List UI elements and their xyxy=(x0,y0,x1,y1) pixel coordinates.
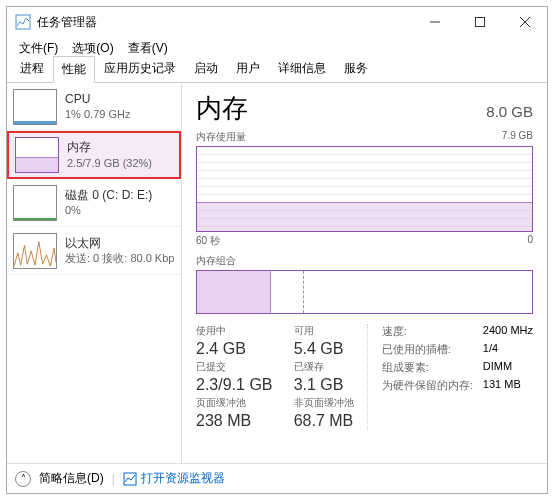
speed-label: 速度: xyxy=(382,324,473,339)
form-value: DIMM xyxy=(483,360,533,375)
window-title: 任务管理器 xyxy=(37,14,412,31)
sidebar-disk-title: 磁盘 0 (C: D: E:) xyxy=(65,188,152,204)
sidebar-item-memory[interactable]: 内存 2.5/7.9 GB (32%) xyxy=(7,131,181,179)
sidebar-item-ethernet[interactable]: 以太网 发送: 0 接收: 80.0 Kbp xyxy=(7,227,181,275)
cached-label: 已缓存 xyxy=(294,360,357,374)
tab-users[interactable]: 用户 xyxy=(227,55,269,82)
close-button[interactable] xyxy=(502,7,547,37)
available-label: 可用 xyxy=(294,324,357,338)
memory-usage-chart xyxy=(196,146,533,232)
hw-reserved-value: 131 MB xyxy=(483,378,533,393)
tab-processes[interactable]: 进程 xyxy=(11,55,53,82)
open-resource-monitor-link[interactable]: 打开资源监视器 xyxy=(123,470,225,487)
sidebar-disk-sub: 0% xyxy=(65,203,152,217)
stats-area: 使用中 可用 2.4 GB 5.4 GB 已提交 已缓存 2.3/9.1 GB … xyxy=(196,324,533,430)
sidebar-cpu-sub: 1% 0.79 GHz xyxy=(65,107,130,121)
window-controls xyxy=(412,7,547,37)
slots-value: 1/4 xyxy=(483,342,533,357)
content-area: CPU 1% 0.79 GHz 内存 2.5/7.9 GB (32%) 磁盘 0… xyxy=(7,83,547,463)
form-label: 组成要素: xyxy=(382,360,473,375)
titlebar[interactable]: 任务管理器 xyxy=(7,7,547,37)
tab-details[interactable]: 详细信息 xyxy=(269,55,335,82)
stats-left: 使用中 可用 2.4 GB 5.4 GB 已提交 已缓存 2.3/9.1 GB … xyxy=(196,324,368,430)
slots-label: 已使用的插槽: xyxy=(382,342,473,357)
svg-rect-2 xyxy=(475,18,484,27)
tab-performance[interactable]: 性能 xyxy=(53,56,95,83)
tab-startup[interactable]: 启动 xyxy=(185,55,227,82)
footer: ˄ 简略信息(D) | 打开资源监视器 xyxy=(7,463,547,493)
task-manager-window: 任务管理器 文件(F) 选项(O) 查看(V) 进程 性能 应用历史记录 启动 … xyxy=(6,6,548,494)
cached-value: 3.1 GB xyxy=(294,376,357,394)
memory-total: 8.0 GB xyxy=(486,103,533,120)
cpu-thumbnail-chart xyxy=(13,89,57,125)
available-value: 5.4 GB xyxy=(294,340,357,358)
brief-info-link[interactable]: 简略信息(D) xyxy=(39,470,104,487)
tab-services[interactable]: 服务 xyxy=(335,55,377,82)
svg-rect-0 xyxy=(16,15,30,29)
nonpaged-label: 非页面缓冲池 xyxy=(294,396,357,410)
maximize-button[interactable] xyxy=(457,7,502,37)
sidebar: CPU 1% 0.79 GHz 内存 2.5/7.9 GB (32%) 磁盘 0… xyxy=(7,83,182,463)
committed-value: 2.3/9.1 GB xyxy=(196,376,276,394)
tabbar: 进程 性能 应用历史记录 启动 用户 详细信息 服务 xyxy=(7,59,547,83)
usage-chart-label: 内存使用量 xyxy=(196,130,246,144)
memory-composition-chart xyxy=(196,270,533,314)
sidebar-ethernet-sub: 发送: 0 接收: 80.0 Kbp xyxy=(65,251,174,265)
hw-reserved-label: 为硬件保留的内存: xyxy=(382,378,473,393)
memory-thumbnail-chart xyxy=(15,137,59,173)
main-panel: 内存 8.0 GB 内存使用量 7.9 GB 60 秒 0 内存组合 使用中 可… xyxy=(182,83,547,463)
sidebar-item-disk[interactable]: 磁盘 0 (C: D: E:) 0% xyxy=(7,179,181,227)
paged-value: 238 MB xyxy=(196,412,276,430)
in-use-value: 2.4 GB xyxy=(196,340,276,358)
chevron-up-icon[interactable]: ˄ xyxy=(15,471,31,487)
stats-right: 速度: 2400 MHz 已使用的插槽: 1/4 组成要素: DIMM 为硬件保… xyxy=(382,324,533,430)
committed-label: 已提交 xyxy=(196,360,276,374)
disk-thumbnail-chart xyxy=(13,185,57,221)
sidebar-memory-title: 内存 xyxy=(67,140,152,156)
sidebar-memory-sub: 2.5/7.9 GB (32%) xyxy=(67,156,152,170)
sidebar-item-cpu[interactable]: CPU 1% 0.79 GHz xyxy=(7,83,181,131)
ethernet-thumbnail-chart xyxy=(13,233,57,269)
minimize-button[interactable] xyxy=(412,7,457,37)
app-icon xyxy=(15,14,31,30)
nonpaged-value: 68.7 MB xyxy=(294,412,357,430)
sidebar-ethernet-title: 以太网 xyxy=(65,236,174,252)
speed-value: 2400 MHz xyxy=(483,324,533,339)
composition-label: 内存组合 xyxy=(196,254,533,268)
monitor-icon xyxy=(123,472,137,486)
usage-chart-max: 7.9 GB xyxy=(502,130,533,144)
axis-left: 60 秒 xyxy=(196,234,220,248)
footer-divider: | xyxy=(112,472,115,486)
sidebar-cpu-title: CPU xyxy=(65,92,130,108)
paged-label: 页面缓冲池 xyxy=(196,396,276,410)
axis-right: 0 xyxy=(527,234,533,248)
page-title: 内存 xyxy=(196,91,248,126)
in-use-label: 使用中 xyxy=(196,324,276,338)
tab-app-history[interactable]: 应用历史记录 xyxy=(95,55,185,82)
